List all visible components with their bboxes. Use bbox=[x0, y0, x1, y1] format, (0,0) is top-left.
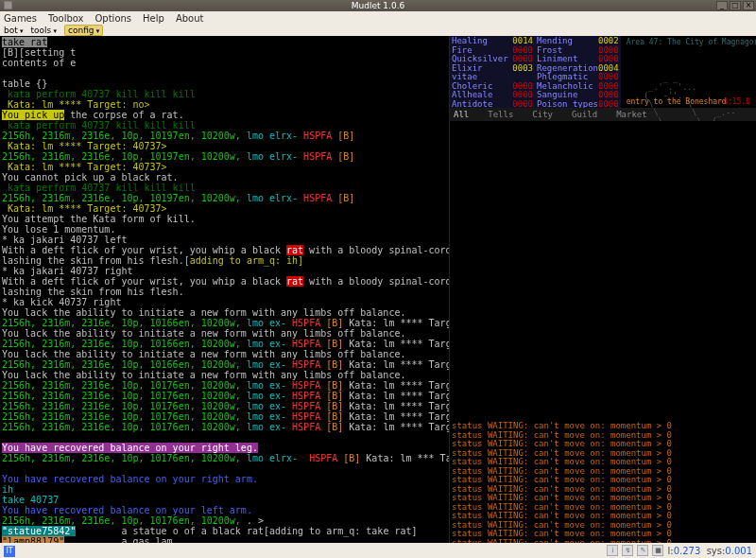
info-icon[interactable]: i bbox=[607, 545, 618, 556]
text: Kata: lm **** Target: no> bbox=[343, 422, 449, 432]
network-icon[interactable]: ↯ bbox=[622, 545, 633, 556]
text: Kata: lm *** Target: no> bbox=[360, 453, 449, 463]
text: "lamp88179" bbox=[2, 536, 64, 543]
text: HSPFA bbox=[303, 151, 337, 162]
toolbar-config[interactable]: config bbox=[64, 25, 103, 36]
status-row: Elixir vitae0003 bbox=[452, 64, 533, 82]
text: You have recovered balance on your right… bbox=[2, 474, 258, 484]
text: You lose 1 momentum. bbox=[2, 224, 115, 235]
tab-tells[interactable]: Tells bbox=[488, 110, 513, 119]
menu-games[interactable]: Games bbox=[4, 13, 37, 24]
text: lmo elrx- bbox=[247, 151, 303, 162]
tab-guild[interactable]: Guild bbox=[572, 110, 597, 119]
text: You lack the ability to initiate a new f… bbox=[2, 328, 405, 339]
text: Kata: lm **** Target: 40737> bbox=[2, 141, 167, 151]
text: take 40737 bbox=[2, 495, 59, 505]
text: lmo ex- bbox=[247, 318, 286, 328]
text: the corpse of a rat. bbox=[64, 110, 183, 120]
text: * ka jakari 40737 right bbox=[2, 266, 132, 276]
text: [B] bbox=[326, 380, 343, 391]
text: contents of e bbox=[2, 58, 76, 68]
status-right: i ↯ ✎ ■ l:0.273 sys:0.001 bbox=[607, 545, 752, 556]
text: [B] bbox=[326, 401, 343, 411]
text: Kata: lm **** Target: no> bbox=[343, 391, 449, 401]
menu-help[interactable]: Help bbox=[143, 13, 164, 24]
map-exit: entry to the Boneshard bbox=[627, 97, 718, 106]
menu-toolbox[interactable]: Toolbox bbox=[48, 13, 84, 24]
menubar: Games Toolbox Options Help About bbox=[0, 11, 756, 25]
lag-value: 0.273 bbox=[674, 546, 701, 556]
text: lmo ex- bbox=[247, 359, 286, 370]
statusbar: IT i ↯ ✎ ■ l:0.273 sys:0.001 bbox=[0, 543, 756, 558]
titlebar: Mudlet 1.0.6 _ □ × bbox=[0, 0, 756, 11]
text: 2156h, 2316m, 2316e, 10p, 10197en, 10200… bbox=[2, 131, 247, 141]
text: 2156h, 2316m, 2316e, 10p, 10166en, 10200… bbox=[2, 339, 247, 349]
text: 2156h, 2316m, 2316e, 10p, 10176en, 10200… bbox=[2, 401, 247, 411]
text: 2156h, 2316m, 2316e, 10p, 10166en, 10200… bbox=[2, 318, 247, 328]
text: 2156h, 2316m, 2316e, 10p, 10176en, 10200… bbox=[2, 380, 247, 391]
text: HSPFA bbox=[286, 391, 326, 401]
text: HSPFA bbox=[303, 131, 337, 141]
text: You lack the ability to initiate a new f… bbox=[2, 370, 405, 380]
text: lashing the skin from his flesh. bbox=[2, 287, 184, 297]
text: [adding to arm_q: ih] bbox=[184, 255, 303, 266]
main-terminal[interactable]: take rat [B][setting t contents of e tab… bbox=[0, 36, 449, 543]
text: [B] bbox=[337, 151, 354, 162]
status-panel: Healing0014Fire0000Quicksilver0000Elixir… bbox=[450, 36, 756, 108]
text: lmo elrx- bbox=[247, 453, 303, 463]
script-icon[interactable]: ✎ bbox=[637, 545, 648, 556]
text: HSPFA bbox=[286, 401, 326, 411]
menu-options[interactable]: Options bbox=[94, 13, 131, 24]
text: Kata: lm **** Target: no> bbox=[343, 318, 449, 328]
text: kata perform 40737 kill kill kill bbox=[2, 120, 196, 131]
stop-icon[interactable]: ■ bbox=[652, 545, 663, 556]
status-col-1: Healing0014Fire0000Quicksilver0000Elixir… bbox=[450, 36, 535, 108]
toolbar-tools[interactable]: tools bbox=[31, 26, 57, 35]
text: You cannot pick up a black rat. bbox=[2, 172, 179, 183]
text: 2156h, 2316m, 2316e, 10p, 10176en, 10200… bbox=[2, 391, 247, 401]
text: lmo ex- bbox=[247, 339, 286, 349]
text: HSPFA bbox=[286, 339, 326, 349]
tab-all[interactable]: All bbox=[454, 110, 469, 119]
text: ih bbox=[2, 484, 13, 495]
text: 2156h, 2316m, 2316e, 10p, 10176en, 10200… bbox=[2, 453, 247, 463]
connection-icon[interactable]: IT bbox=[4, 546, 15, 557]
sys-label: sys: bbox=[707, 546, 726, 556]
text: Kata: lm **** Target: no> bbox=[2, 99, 150, 110]
text: HSPFA bbox=[286, 380, 326, 391]
status-value: 0003 bbox=[512, 64, 533, 82]
text: HSPFA bbox=[286, 359, 326, 370]
text: Kata: lm **** Target: no> bbox=[343, 380, 449, 391]
chat-area bbox=[450, 121, 756, 420]
text: You pick up bbox=[2, 110, 64, 120]
sys-value: 0.001 bbox=[725, 546, 752, 556]
text: lmo ex- bbox=[247, 401, 286, 411]
text: You attempt the Kata form of kill. bbox=[2, 214, 196, 224]
text: * ka kick 40737 right bbox=[2, 297, 121, 307]
toolbar: bot tools config bbox=[0, 25, 756, 36]
close-button[interactable]: × bbox=[743, 1, 754, 10]
maximize-button[interactable]: □ bbox=[730, 1, 741, 10]
toolbar-bot[interactable]: bot bbox=[4, 26, 24, 35]
tab-city[interactable]: City bbox=[532, 110, 553, 119]
text: lmo ex- bbox=[247, 422, 286, 432]
app-icon bbox=[4, 1, 12, 9]
text: Kata: lm **** Target: no> bbox=[343, 401, 449, 411]
text: [B] bbox=[326, 391, 343, 401]
text: 2156h, 2316m, 2316e, 10p, 10176en, 10200… bbox=[2, 422, 247, 432]
map-time: 4:15.0 bbox=[723, 97, 750, 106]
text: HSPFA bbox=[286, 318, 326, 328]
text: HSPFA bbox=[303, 193, 337, 203]
text: With a deft flick of your wrist, you whi… bbox=[2, 276, 286, 287]
text: 2156h, 2316m, 2316e, 10p, 10197en, 10200… bbox=[2, 151, 247, 162]
text: Kata: lm **** Target: no> bbox=[343, 359, 449, 370]
text: HSPFA bbox=[303, 453, 343, 463]
text: with a bloody spinal-cord chain, bbox=[303, 245, 449, 255]
window-title: Mudlet 1.0.6 bbox=[352, 1, 405, 10]
text: HSPFA bbox=[286, 411, 326, 422]
window-buttons: _ □ × bbox=[716, 1, 754, 10]
text: [B] bbox=[326, 422, 343, 432]
right-column: Healing0014Fire0000Quicksilver0000Elixir… bbox=[449, 36, 756, 543]
minimize-button[interactable]: _ bbox=[716, 1, 728, 10]
menu-about[interactable]: About bbox=[176, 13, 204, 24]
